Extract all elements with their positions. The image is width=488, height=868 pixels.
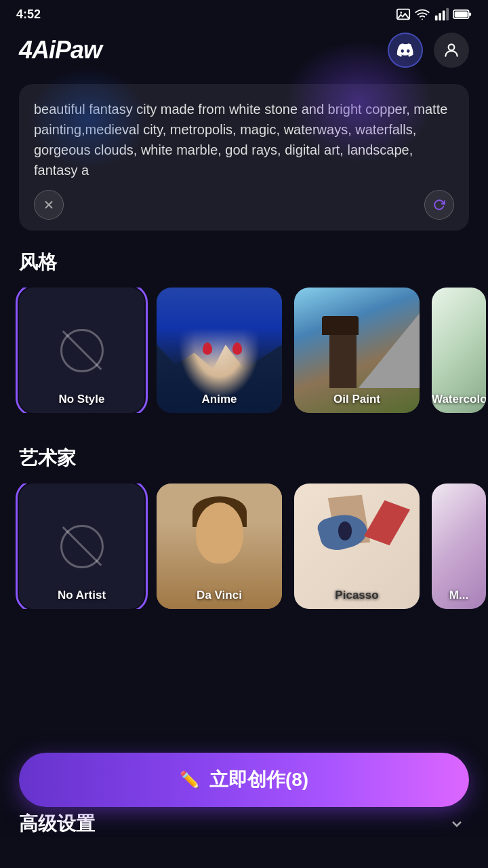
no-style-indicator <box>60 329 104 372</box>
monet-label: M... <box>432 589 486 602</box>
status-bar: 4:52 <box>0 0 488 26</box>
chevron-down-icon <box>449 816 465 832</box>
svg-rect-5 <box>443 11 445 21</box>
style-card-oil-paint[interactable]: Oil Paint <box>294 288 420 413</box>
advanced-settings-label: 高级设置 <box>19 811 95 837</box>
prompt-container: beautiful fantasy city made from white s… <box>19 84 469 231</box>
status-time: 4:52 <box>16 7 41 22</box>
refresh-prompt-button[interactable] <box>424 190 454 220</box>
artists-section: 艺术家 No Artist Da Vinci <box>0 446 488 609</box>
clear-icon <box>43 199 55 211</box>
refresh-icon <box>433 199 445 211</box>
discord-button[interactable] <box>388 33 423 68</box>
artists-section-title: 艺术家 <box>0 446 488 471</box>
clear-prompt-button[interactable] <box>34 190 64 220</box>
svg-rect-8 <box>455 12 468 18</box>
artist-card-picasso[interactable]: Picasso <box>294 484 420 609</box>
svg-rect-9 <box>469 12 472 16</box>
advanced-settings-toggle[interactable] <box>445 812 469 836</box>
style-card-no-style[interactable]: No Style <box>19 288 144 413</box>
status-icons <box>396 7 472 22</box>
styles-section-title: 风格 <box>0 250 488 275</box>
artist-card-davinci[interactable]: Da Vinci <box>157 484 282 609</box>
no-artist-label: No Artist <box>19 589 144 602</box>
artists-scroll: No Artist Da Vinci <box>0 484 488 609</box>
app-logo: 4AiPaw <box>19 36 102 64</box>
style-card-watercolor-partial[interactable]: Watercolor <box>432 288 486 413</box>
advanced-settings-section: 高级设置 <box>0 811 488 837</box>
artist-card-no-artist[interactable]: No Artist <box>19 484 144 609</box>
svg-rect-4 <box>439 13 441 20</box>
header-icons <box>388 33 469 68</box>
create-button-icon: ✏️ <box>180 770 200 789</box>
styles-section: 风格 No Style Anime <box>0 250 488 413</box>
prompt-text[interactable]: beautiful fantasy city made from white s… <box>34 99 454 180</box>
create-button-wrapper: ✏️ 立即创作(8) <box>19 753 469 807</box>
signal-icon <box>434 7 449 22</box>
svg-point-2 <box>422 18 423 20</box>
no-style-label: No Style <box>19 393 144 406</box>
artist-card-monet-partial[interactable]: M... <box>432 484 486 609</box>
svg-point-10 <box>449 44 455 50</box>
prompt-actions <box>34 190 454 220</box>
oil-paint-label: Oil Paint <box>294 393 420 406</box>
wifi-icon <box>415 7 430 22</box>
create-button[interactable]: ✏️ 立即创作(8) <box>19 753 469 807</box>
photo-icon <box>396 7 411 22</box>
style-card-anime[interactable]: Anime <box>157 288 282 413</box>
svg-point-1 <box>400 12 402 14</box>
no-artist-indicator <box>60 525 104 568</box>
app-header: 4AiPaw <box>0 26 488 79</box>
svg-rect-3 <box>435 16 438 20</box>
profile-icon <box>443 41 460 59</box>
watercolor-label: Watercolor <box>432 393 486 406</box>
create-button-label: 立即创作(8) <box>209 767 308 793</box>
svg-rect-6 <box>446 8 449 20</box>
profile-button[interactable] <box>434 33 469 68</box>
discord-icon <box>396 43 414 57</box>
styles-scroll: No Style Anime <box>0 288 488 413</box>
picasso-label: Picasso <box>294 589 420 602</box>
anime-label: Anime <box>157 393 282 406</box>
davinci-label: Da Vinci <box>157 589 282 602</box>
battery-icon <box>453 7 472 22</box>
